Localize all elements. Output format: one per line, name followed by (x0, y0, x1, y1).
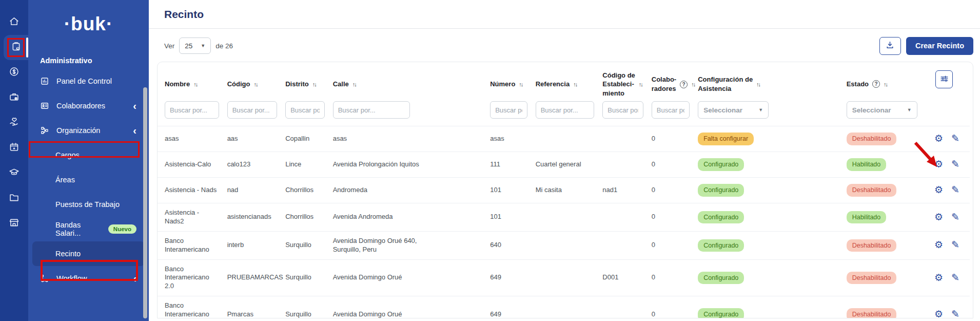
sort-icon[interactable]: ↑↓ (639, 81, 642, 87)
sidebar-item-workflow[interactable]: Workflow‹ (28, 266, 149, 291)
cell-estado: Deshabilitado (842, 126, 928, 152)
chevron-left-icon[interactable]: ‹ (133, 125, 136, 136)
configuracion-badge: Configurado (698, 184, 744, 196)
cell-referencia (532, 296, 599, 318)
buk-logo: ·buk· (28, 0, 149, 35)
cell-distrito: Lince (281, 152, 328, 178)
sidebar-item-cargos[interactable]: Cargos (28, 143, 149, 167)
sort-icon[interactable]: ↑↓ (352, 81, 356, 87)
sidebar-item-puestos-de-trabajo[interactable]: Puestos de Trabajo (28, 192, 149, 217)
sidebar-item-label: Panel de Control (56, 77, 136, 85)
filter-cell-colaboradores (648, 100, 694, 126)
cell-cod_estab (598, 231, 647, 259)
cell-calle: Avenida Domingo Orué 640, Surquillo, Per… (329, 231, 486, 259)
per-page-select[interactable]: 25 ▼ (179, 37, 211, 54)
cell-codigo: aas (223, 126, 282, 152)
column-settings-button[interactable] (935, 70, 953, 88)
rail-item-home-icon[interactable] (0, 10, 28, 35)
column-header-cod_estab: Código de Estableci- miento↑↓ (598, 64, 647, 100)
estado-badge: Deshabilitado (847, 272, 897, 284)
icon-rail (0, 0, 28, 321)
pencil-icon[interactable]: ✎ (951, 272, 959, 285)
rail-item-folder-icon[interactable] (0, 186, 28, 211)
sort-icon[interactable]: ↑↓ (193, 81, 197, 87)
rail-item-attendance-clipboard-icon[interactable] (4, 35, 28, 60)
sidebar-item-bandas-salari[interactable]: Bandas Salari...Nuevo (28, 217, 149, 241)
filter-input-nombre[interactable] (165, 101, 219, 119)
sidebar-item-organizaci-n[interactable]: Organización‹ (28, 118, 149, 143)
cell-cod_estab (598, 203, 647, 232)
pencil-icon[interactable]: ✎ (951, 308, 959, 318)
filter-input-codigo[interactable] (227, 101, 278, 119)
sidebar-item-recinto[interactable]: Recinto (32, 241, 145, 266)
help-icon[interactable]: ? (680, 81, 688, 88)
education-cap-icon (9, 167, 19, 180)
cell-numero: 111 (486, 152, 531, 178)
filter-input-cod_estab[interactable] (602, 101, 643, 119)
rail-item-calendar-icon[interactable] (0, 136, 28, 161)
rail-item-remunerations-dollar-icon[interactable] (0, 60, 28, 85)
folder-icon (9, 192, 19, 205)
filter-select-value: Seleccionar (703, 106, 742, 114)
cell-calle: Avenida Andromeda (329, 203, 486, 232)
column-header-codigo: Código↑↓ (223, 64, 282, 100)
cell-configuracion: Configurado (694, 259, 842, 296)
estado-badge: Deshabilitado (847, 239, 897, 252)
column-header-numero: Número↑↓ (486, 64, 531, 100)
filter-input-colaboradores[interactable] (652, 101, 690, 119)
filter-input-referencia[interactable] (536, 101, 595, 119)
sidebar-item-panel-de-control[interactable]: Panel de Control (28, 69, 149, 93)
configuracion-badge: Falta configurar (698, 133, 754, 145)
sort-icon[interactable]: ↑↓ (519, 81, 522, 87)
cell-nombre: Banco Interamericano 3.0 (158, 296, 223, 318)
cell-nombre: Asistencia-Calo (158, 152, 223, 178)
chevron-left-icon[interactable]: ‹ (133, 273, 136, 284)
column-label: Referencia (536, 80, 570, 89)
panel-chart-icon (40, 76, 50, 86)
download-button[interactable] (879, 37, 901, 55)
cell-distrito: Chorrillos (281, 178, 328, 203)
sidebar-item-label: Organización (56, 126, 133, 135)
pencil-icon[interactable]: ✎ (951, 133, 959, 145)
sort-icon[interactable]: ↑↓ (573, 81, 577, 87)
gear-icon[interactable]: ⚙ (934, 239, 943, 252)
sort-icon[interactable]: ↑↓ (756, 81, 760, 87)
filter-input-distrito[interactable] (285, 101, 324, 119)
briefcase-clock-icon (9, 91, 19, 104)
cell-configuracion: Configurado (694, 178, 842, 203)
help-icon[interactable]: ? (872, 80, 880, 88)
gear-icon[interactable]: ⚙ (934, 211, 943, 224)
cell-distrito: Surquillo (281, 296, 328, 318)
filter-input-calle[interactable] (333, 101, 410, 119)
pencil-icon[interactable]: ✎ (951, 239, 959, 252)
gear-icon[interactable]: ⚙ (934, 272, 943, 285)
sort-icon[interactable]: ↑↓ (884, 81, 887, 87)
pencil-icon[interactable]: ✎ (951, 184, 959, 197)
cell-configuracion: Configurado (694, 296, 842, 318)
sort-icon[interactable]: ↑↓ (253, 81, 257, 87)
sort-icon[interactable]: ↑↓ (312, 81, 316, 87)
cell-distrito: Chorrillos (281, 203, 328, 232)
gear-icon[interactable]: ⚙ (934, 184, 943, 197)
cell-numero: asas (486, 126, 531, 152)
filter-select-configuracion[interactable]: Seleccionar▼ (698, 101, 769, 119)
sort-icon[interactable]: ↑↓ (691, 81, 695, 87)
sidebar-scrollbar-thumb[interactable] (143, 87, 147, 318)
gear-icon[interactable]: ⚙ (934, 158, 943, 171)
filter-input-numero[interactable] (490, 101, 527, 119)
cell-cod_estab (598, 152, 647, 178)
sidebar-item-colaboradores[interactable]: Colaboradores‹ (28, 93, 149, 118)
gear-icon[interactable]: ⚙ (934, 133, 943, 145)
rail-item-education-cap-icon[interactable] (0, 161, 28, 186)
chevron-left-icon[interactable]: ‹ (133, 101, 136, 111)
pencil-icon[interactable]: ✎ (951, 158, 959, 171)
gear-icon[interactable]: ⚙ (934, 308, 943, 318)
rail-item-briefcase-clock-icon[interactable] (0, 85, 28, 110)
pencil-icon[interactable]: ✎ (951, 211, 959, 224)
rail-item-benefits-hand-heart-icon[interactable] (0, 110, 28, 136)
sidebar-item-reas[interactable]: Áreas (28, 167, 149, 192)
create-recinto-button[interactable]: Crear Recinto (906, 37, 973, 55)
filter-select-estado[interactable]: Seleccionar▼ (847, 101, 917, 119)
rail-item-storefront-icon[interactable] (0, 211, 28, 236)
home-icon (9, 16, 19, 29)
